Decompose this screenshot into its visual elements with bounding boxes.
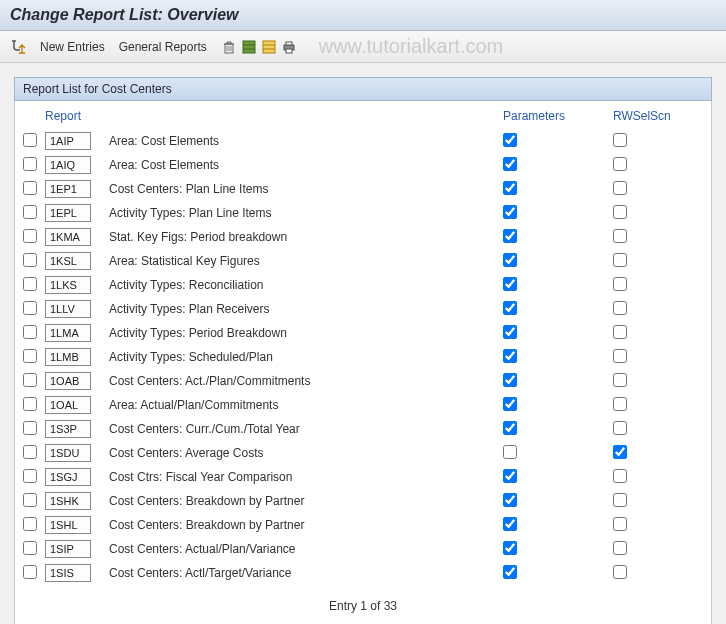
- rwselscn-checkbox[interactable]: [613, 205, 627, 219]
- table-row: 1EP1Cost Centers: Plan Line Items: [23, 177, 703, 201]
- report-code[interactable]: 1EP1: [45, 180, 91, 198]
- parameters-checkbox[interactable]: [503, 229, 517, 243]
- report-code[interactable]: 1OAL: [45, 396, 91, 414]
- report-description: Cost Ctrs: Fiscal Year Comparison: [101, 470, 503, 484]
- rwselscn-checkbox[interactable]: [613, 229, 627, 243]
- rwselscn-checkbox[interactable]: [613, 517, 627, 531]
- table-row: 1KSLArea: Statistical Key Figures: [23, 249, 703, 273]
- row-select-checkbox[interactable]: [23, 469, 37, 483]
- col-report[interactable]: Report: [45, 109, 101, 123]
- rwselscn-checkbox[interactable]: [613, 397, 627, 411]
- rwselscn-checkbox[interactable]: [613, 421, 627, 435]
- rwselscn-checkbox[interactable]: [613, 157, 627, 171]
- report-code[interactable]: 1SIP: [45, 540, 91, 558]
- report-code[interactable]: 1KMA: [45, 228, 91, 246]
- rwselscn-checkbox[interactable]: [613, 445, 627, 459]
- row-select-checkbox[interactable]: [23, 517, 37, 531]
- row-select-checkbox[interactable]: [23, 301, 37, 315]
- parameters-checkbox[interactable]: [503, 565, 517, 579]
- rwselscn-checkbox[interactable]: [613, 181, 627, 195]
- row-select-checkbox[interactable]: [23, 325, 37, 339]
- row-select-checkbox[interactable]: [23, 373, 37, 387]
- table-footer: Entry 1 of 33: [23, 585, 703, 619]
- table-header: Report Parameters RWSelScn: [23, 107, 703, 129]
- row-select-checkbox[interactable]: [23, 493, 37, 507]
- parameters-checkbox[interactable]: [503, 469, 517, 483]
- row-select-checkbox[interactable]: [23, 541, 37, 555]
- report-code[interactable]: 1LLV: [45, 300, 91, 318]
- parameters-checkbox[interactable]: [503, 253, 517, 267]
- rwselscn-checkbox[interactable]: [613, 373, 627, 387]
- parameters-checkbox[interactable]: [503, 277, 517, 291]
- report-code[interactable]: 1LMA: [45, 324, 91, 342]
- print-icon[interactable]: [281, 39, 297, 55]
- toggle-display-icon[interactable]: [10, 39, 26, 55]
- rwselscn-checkbox[interactable]: [613, 133, 627, 147]
- parameters-checkbox[interactable]: [503, 493, 517, 507]
- row-select-checkbox[interactable]: [23, 229, 37, 243]
- delete-icon[interactable]: [221, 39, 237, 55]
- rwselscn-checkbox[interactable]: [613, 325, 627, 339]
- row-select-checkbox[interactable]: [23, 565, 37, 579]
- rwselscn-checkbox[interactable]: [613, 469, 627, 483]
- parameters-checkbox[interactable]: [503, 301, 517, 315]
- report-code[interactable]: 1SGJ: [45, 468, 91, 486]
- table-row: 1SDUCost Centers: Average Costs: [23, 441, 703, 465]
- report-description: Cost Centers: Breakdown by Partner: [101, 518, 503, 532]
- rwselscn-checkbox[interactable]: [613, 301, 627, 315]
- new-entries-button[interactable]: New Entries: [40, 40, 105, 54]
- parameters-checkbox[interactable]: [503, 517, 517, 531]
- rwselscn-checkbox[interactable]: [613, 493, 627, 507]
- report-code[interactable]: 1AIP: [45, 132, 91, 150]
- row-select-checkbox[interactable]: [23, 445, 37, 459]
- row-select-checkbox[interactable]: [23, 133, 37, 147]
- row-select-checkbox[interactable]: [23, 349, 37, 363]
- parameters-checkbox[interactable]: [503, 325, 517, 339]
- table-row: 1SHLCost Centers: Breakdown by Partner: [23, 513, 703, 537]
- report-code[interactable]: 1SIS: [45, 564, 91, 582]
- table-row: 1SHKCost Centers: Breakdown by Partner: [23, 489, 703, 513]
- report-code[interactable]: 1LMB: [45, 348, 91, 366]
- select-all-icon[interactable]: [241, 39, 257, 55]
- report-code[interactable]: 1AIQ: [45, 156, 91, 174]
- deselect-all-icon[interactable]: [261, 39, 277, 55]
- report-description: Cost Centers: Actl/Target/Variance: [101, 566, 503, 580]
- report-code[interactable]: 1OAB: [45, 372, 91, 390]
- parameters-checkbox[interactable]: [503, 397, 517, 411]
- col-rwselscn[interactable]: RWSelScn: [613, 109, 703, 123]
- parameters-checkbox[interactable]: [503, 373, 517, 387]
- parameters-checkbox[interactable]: [503, 157, 517, 171]
- row-select-checkbox[interactable]: [23, 181, 37, 195]
- row-select-checkbox[interactable]: [23, 277, 37, 291]
- col-parameters[interactable]: Parameters: [503, 109, 613, 123]
- report-code[interactable]: 1KSL: [45, 252, 91, 270]
- report-description: Area: Statistical Key Figures: [101, 254, 503, 268]
- row-select-checkbox[interactable]: [23, 421, 37, 435]
- report-code[interactable]: 1SHK: [45, 492, 91, 510]
- row-select-checkbox[interactable]: [23, 253, 37, 267]
- parameters-checkbox[interactable]: [503, 181, 517, 195]
- rwselscn-checkbox[interactable]: [613, 253, 627, 267]
- report-description: Activity Types: Scheduled/Plan: [101, 350, 503, 364]
- rwselscn-checkbox[interactable]: [613, 541, 627, 555]
- report-code[interactable]: 1SDU: [45, 444, 91, 462]
- parameters-checkbox[interactable]: [503, 133, 517, 147]
- report-code[interactable]: 1S3P: [45, 420, 91, 438]
- parameters-checkbox[interactable]: [503, 541, 517, 555]
- rwselscn-checkbox[interactable]: [613, 565, 627, 579]
- parameters-checkbox[interactable]: [503, 205, 517, 219]
- report-code[interactable]: 1EPL: [45, 204, 91, 222]
- report-description: Cost Centers: Actual/Plan/Variance: [101, 542, 503, 556]
- table-row: 1LMAActivity Types: Period Breakdown: [23, 321, 703, 345]
- parameters-checkbox[interactable]: [503, 421, 517, 435]
- row-select-checkbox[interactable]: [23, 397, 37, 411]
- row-select-checkbox[interactable]: [23, 205, 37, 219]
- parameters-checkbox[interactable]: [503, 349, 517, 363]
- report-code[interactable]: 1LKS: [45, 276, 91, 294]
- rwselscn-checkbox[interactable]: [613, 277, 627, 291]
- report-code[interactable]: 1SHL: [45, 516, 91, 534]
- general-reports-button[interactable]: General Reports: [119, 40, 207, 54]
- parameters-checkbox[interactable]: [503, 445, 517, 459]
- rwselscn-checkbox[interactable]: [613, 349, 627, 363]
- row-select-checkbox[interactable]: [23, 157, 37, 171]
